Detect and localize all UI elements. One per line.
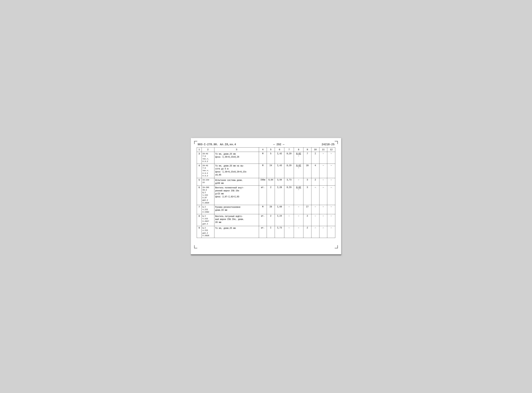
col6-val: I,42	[275, 152, 284, 164]
col5-val: 2	[267, 214, 275, 226]
col8-val: 0,0I–	[294, 164, 303, 178]
col-header-4: 4	[259, 147, 267, 152]
col7-val: 0,29	[284, 164, 294, 178]
col5-val: 0,64	[267, 178, 275, 186]
ref-code: Ц.I ч.III доп.I п.2028	[202, 226, 214, 238]
corner-bl	[194, 245, 197, 248]
header-center: — 292 —	[273, 143, 284, 146]
col10-val: –	[311, 214, 319, 226]
ref-code: I6–2I9 22	[202, 178, 214, 186]
row-number: 8	[197, 214, 202, 226]
col-header-10: 10	[311, 147, 319, 152]
col-header-1: 1	[197, 147, 202, 152]
col5-val: I4	[267, 164, 275, 178]
col12-val: –	[327, 164, 335, 178]
ref-code: I6–43 7–3 тех.ч. п.3.I п.3.2	[202, 164, 214, 178]
col12-val: –	[327, 226, 335, 238]
description: Рукава резинотканевне диам.I6 мм	[214, 205, 259, 214]
table-row: 4I6–43 7–3 тех.ч. п.3.I п.3.2То же, диам…	[197, 164, 335, 178]
row-number: 9	[197, 226, 202, 238]
description: То же, диам.25 мм на вы- соте до 5 м Цен…	[214, 164, 259, 178]
col9-val: 20	[303, 164, 311, 178]
unit: I00м	[259, 178, 267, 186]
col11-val: –	[319, 186, 327, 205]
unit: шт.	[259, 214, 267, 226]
page: 903-I-278.90. Ал.I8,кн.4 — 292 — 24218-2…	[191, 138, 341, 255]
unit: шт.	[259, 226, 267, 238]
main-table: 1 2 3 4 5 6 7 8 9 10 11 12 3I6–43 7–3 те…	[197, 147, 335, 238]
col-header-9: 9	[303, 147, 311, 152]
col9-val: 7	[303, 152, 311, 164]
bottom-border	[191, 255, 341, 255]
ref-code: Ц.I ч.III п.I482	[202, 205, 214, 214]
col7-val: –	[284, 205, 294, 214]
description: То же, диам.25 мм Цена: I,36+0,23х0,26	[214, 152, 259, 164]
col5-val: I	[267, 226, 275, 238]
col12-val: –	[327, 186, 335, 205]
unit: М	[259, 205, 267, 214]
col6-val: I,69	[275, 205, 284, 214]
col5-val: I0	[267, 205, 275, 214]
description: Вентиль поливочный внут- ренний марки I5…	[214, 186, 259, 205]
col9-val: 2	[303, 214, 311, 226]
row-number: 7	[197, 205, 202, 214]
col5-val: 2	[267, 186, 275, 205]
col-header-3: 3	[214, 147, 259, 152]
unit: шт.	[259, 186, 267, 205]
col10-val: I	[311, 152, 319, 164]
table-row: 3I6–43 7–3 тех.ч. п.3.2То же, диам.25 мм…	[197, 152, 335, 164]
col12-val: –	[327, 205, 335, 214]
col11-val: –	[319, 214, 327, 226]
col9-val: I7	[303, 205, 311, 214]
col6-val: I,73	[275, 226, 284, 238]
ref-code: I6–43 7–3 тех.ч. п.3.2	[202, 152, 214, 164]
col9-val: 3	[303, 186, 311, 205]
col-header-6: 6	[275, 147, 284, 152]
row-number: 5	[197, 178, 202, 186]
col8-val: 0,0I–	[294, 186, 303, 205]
description: То же, диам.25 мм	[214, 226, 259, 238]
col-header-5: 5	[267, 147, 275, 152]
table-row: 9Ц.I ч.III доп.I п.2028То же, диам.25 мм…	[197, 226, 335, 238]
unit: М	[259, 164, 267, 178]
col-header-2: 2	[202, 147, 214, 152]
col10-val: ~	[311, 186, 319, 205]
col8-val: –	[294, 226, 303, 238]
col12-val: –	[327, 152, 335, 164]
col11-val: –	[319, 178, 327, 186]
col6-val: I,24	[275, 214, 284, 226]
col-header-12: 12	[327, 147, 335, 152]
col-header-8: 8	[294, 147, 303, 152]
col7-val: –	[284, 226, 294, 238]
col11-val: –	[319, 152, 327, 164]
col8-val: 0,0I–	[294, 152, 303, 164]
col7-val: 3,73	[284, 178, 294, 186]
col8-val: –	[294, 205, 303, 214]
col10-val: –	[311, 226, 319, 238]
col8-val: –	[294, 214, 303, 226]
col10-val: 4	[311, 164, 319, 178]
description: Испытание системы диам. до50 мм	[214, 178, 259, 186]
col12-val: –	[327, 178, 335, 186]
col10-val: 2	[311, 178, 319, 186]
col6-val: 3,94	[275, 178, 284, 186]
col-header-7: 7	[284, 147, 294, 152]
col12-val: –	[327, 214, 335, 226]
unit: М	[259, 152, 267, 164]
corner-tr	[335, 141, 338, 144]
col7-val: 0,I9	[284, 186, 294, 205]
row-number: 6	[197, 186, 202, 205]
col9-val: 3	[303, 178, 311, 186]
col7-val: –	[284, 214, 294, 226]
row-number: 4	[197, 164, 202, 178]
description: Вентиль латунный муфто- вый марки I5Б I6…	[214, 214, 259, 226]
table-row: 8Ц.I ч.III п.2027 доп.IВентиль латунный …	[197, 214, 335, 226]
col9-val: 2	[303, 226, 311, 238]
corner-br	[335, 245, 338, 248]
ref-code: I6–I85 I6–2 Ц.I ч.III п.87 доп.I п.2026	[202, 186, 214, 205]
col7-val: 0,29	[284, 152, 294, 164]
table-row: 5I6–2I9 22Испытание системы диам. до50 м…	[197, 178, 335, 186]
table-row: 6I6–I85 I6–2 Ц.I ч.III п.87 доп.I п.2026…	[197, 186, 335, 205]
col6-val: I,43	[275, 164, 284, 178]
ref-code: Ц.I ч.III п.2027 доп.I	[202, 214, 214, 226]
